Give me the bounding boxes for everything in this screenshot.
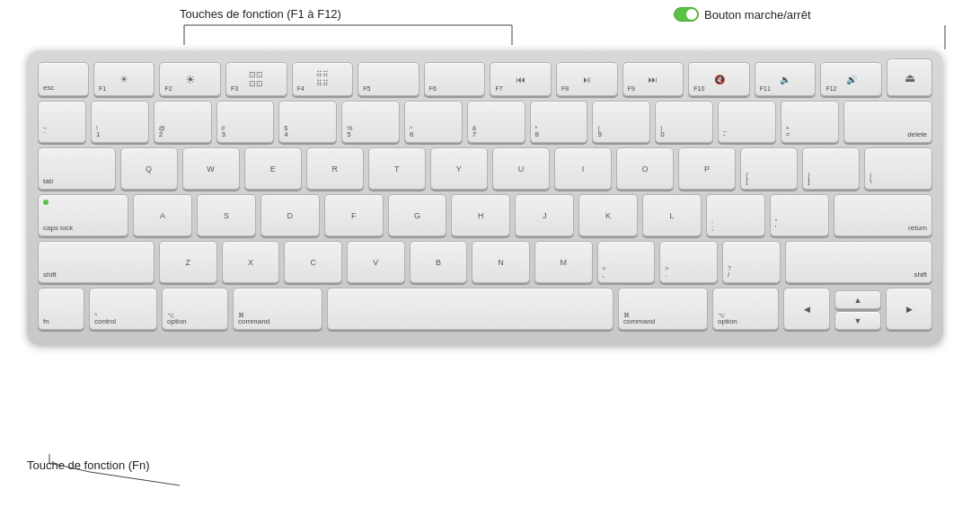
key-f5[interactable]: F5: [358, 62, 419, 96]
key-quote[interactable]: "': [770, 194, 829, 236]
key-f2[interactable]: ☀ F2: [159, 62, 221, 96]
key-minus[interactable]: _-: [718, 101, 776, 143]
key-u[interactable]: U: [492, 147, 550, 190]
key-option-left[interactable]: ⌥ option: [162, 288, 228, 330]
key-m[interactable]: M: [534, 241, 593, 283]
svg-line-5: [49, 463, 90, 472]
fn-key-annotation: Touche de fonction (Fn): [27, 458, 150, 472]
key-f10[interactable]: 🔇 F10: [688, 62, 750, 96]
key-caps-lock[interactable]: caps lock: [38, 194, 128, 236]
key-backslash[interactable]: |\: [864, 147, 932, 190]
key-tab[interactable]: tab: [38, 147, 116, 190]
key-q[interactable]: Q: [120, 147, 178, 190]
key-f8[interactable]: ⏯ F8: [556, 62, 618, 96]
key-i[interactable]: I: [554, 147, 612, 190]
key-4[interactable]: $4: [278, 101, 337, 143]
key-bracket-close[interactable]: }]: [802, 147, 860, 190]
key-f3[interactable]: ⊡⊡⊡⊡ F3: [225, 62, 287, 96]
fn-keys-annotation: Touches de fonction (F1 à F12): [180, 7, 341, 21]
key-f4[interactable]: ⠿⠿⠿⠿ F4: [292, 62, 354, 96]
key-o[interactable]: O: [616, 147, 674, 190]
key-k[interactable]: K: [578, 194, 638, 236]
key-backtick[interactable]: ~ `: [38, 101, 86, 143]
key-a[interactable]: A: [133, 194, 192, 236]
key-shift-left[interactable]: shift: [38, 241, 155, 283]
key-e[interactable]: E: [244, 147, 302, 190]
key-h[interactable]: H: [451, 194, 510, 236]
key-comma[interactable]: <,: [597, 241, 656, 283]
key-arrow-down[interactable]: ▼: [834, 311, 881, 330]
key-t[interactable]: T: [368, 147, 426, 190]
key-control[interactable]: ^ control: [89, 288, 157, 330]
key-8[interactable]: *8: [530, 101, 588, 143]
key-d[interactable]: D: [260, 194, 320, 236]
key-f12[interactable]: 🔊 F12: [820, 62, 882, 96]
keyboard: esc ☀ F1 ☀ F2 ⊡⊡⊡⊡ F3 ⠿⠿⠿⠿ F4 F5 F6 ⏮ F7…: [27, 49, 943, 345]
key-esc[interactable]: esc: [38, 62, 89, 96]
key-bracket-open[interactable]: {[: [740, 147, 798, 190]
key-n[interactable]: N: [472, 241, 530, 283]
key-f[interactable]: F: [324, 194, 384, 236]
key-j[interactable]: J: [515, 194, 574, 236]
key-space[interactable]: [327, 288, 614, 330]
key-6[interactable]: ^6: [404, 101, 463, 143]
key-w[interactable]: W: [182, 147, 240, 190]
key-s[interactable]: S: [197, 194, 256, 236]
key-fn[interactable]: fn: [38, 288, 84, 330]
key-arrow-right[interactable]: ▶: [886, 288, 932, 330]
caps-lock-indicator: [43, 200, 49, 205]
key-f1[interactable]: ☀ F1: [93, 62, 155, 96]
key-0[interactable]: )0: [655, 101, 713, 143]
key-shift-right[interactable]: shift: [785, 241, 933, 283]
key-eject[interactable]: ⏏: [887, 58, 932, 96]
power-annotation: Bouton marche/arrêt: [674, 7, 811, 22]
key-option-right[interactable]: ⌥ option: [712, 288, 779, 330]
key-f11[interactable]: 🔉 F11: [755, 62, 817, 96]
key-b[interactable]: B: [410, 241, 468, 283]
key-v[interactable]: V: [347, 241, 405, 283]
key-z[interactable]: Z: [159, 241, 217, 283]
key-return[interactable]: return: [834, 194, 932, 236]
key-arrow-up[interactable]: ▲: [834, 290, 881, 309]
key-r[interactable]: R: [306, 147, 364, 190]
key-9[interactable]: (9: [592, 101, 650, 143]
key-p[interactable]: P: [678, 147, 736, 190]
key-7[interactable]: &7: [467, 101, 525, 143]
key-f6[interactable]: F6: [424, 62, 486, 96]
key-g[interactable]: G: [388, 194, 447, 236]
key-y[interactable]: Y: [430, 147, 488, 190]
key-arrow-left[interactable]: ◀: [783, 288, 830, 330]
arrow-up-down-group: ▲ ▼: [834, 290, 881, 330]
key-equals[interactable]: +=: [781, 101, 839, 143]
key-period[interactable]: >.: [659, 241, 718, 283]
key-f7[interactable]: ⏮ F7: [490, 62, 552, 96]
svg-line-6: [90, 472, 180, 485]
key-command-left[interactable]: ⌘ command: [233, 288, 322, 330]
key-command-right[interactable]: ⌘ command: [618, 288, 708, 330]
key-semicolon[interactable]: :;: [706, 194, 765, 236]
key-l[interactable]: L: [642, 194, 702, 236]
key-slash[interactable]: ?/: [722, 241, 781, 283]
key-x[interactable]: X: [222, 241, 280, 283]
key-3[interactable]: #3: [216, 101, 275, 143]
key-1[interactable]: !1: [91, 101, 149, 143]
key-f9[interactable]: ⏭ F9: [622, 62, 684, 96]
key-c[interactable]: C: [284, 241, 342, 283]
key-2[interactable]: @2: [154, 101, 212, 143]
annotation-lines: [0, 0, 980, 54]
key-5[interactable]: %5: [341, 101, 400, 143]
key-delete[interactable]: delete: [843, 101, 932, 143]
